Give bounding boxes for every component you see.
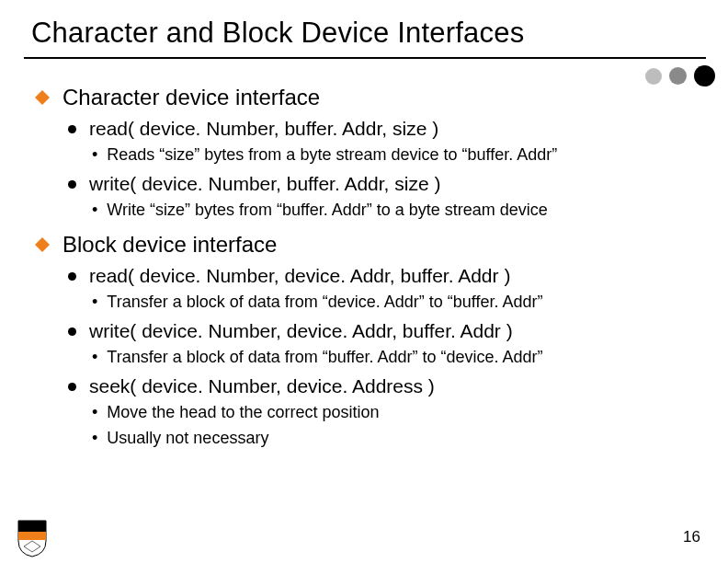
sub-list-item-text: Usually not necessary <box>107 427 268 449</box>
dot-bullet-icon: • <box>92 401 97 423</box>
list-item-text: write( device. Number, buffer. Addr, siz… <box>89 173 440 195</box>
list-item-text: seek( device. Number, device. Address ) <box>89 375 435 397</box>
sub-list-item: • Transfer a block of data from “buffer.… <box>92 346 697 368</box>
section-heading-text: Block device interface <box>63 232 277 258</box>
princeton-shield-icon <box>17 519 48 557</box>
section-heading: Character device interface <box>35 85 697 110</box>
sub-list-item: • Transfer a block of data from “device.… <box>92 291 697 313</box>
sub-list-item-text: Transfer a block of data from “device. A… <box>107 291 542 313</box>
list-item: write( device. Number, device. Addr, buf… <box>68 320 697 342</box>
list-item-text: read( device. Number, device. Addr, buff… <box>89 265 510 287</box>
sub-list-item-text: Reads “size” bytes from a byte stream de… <box>107 144 557 166</box>
sub-list-item-text: Transfer a block of data from “buffer. A… <box>107 346 542 368</box>
dot-bullet-icon: • <box>92 199 97 221</box>
list-item: read( device. Number, device. Addr, buff… <box>68 265 697 287</box>
section-heading-text: Character device interface <box>63 85 320 110</box>
sub-list-item: • Write “size” bytes from “buffer. Addr”… <box>92 199 697 221</box>
sub-list-item-text: Move the head to the correct position <box>107 401 379 423</box>
disc-bullet-icon <box>68 327 76 336</box>
page-number: 16 <box>683 528 700 546</box>
list-item: read( device. Number, buffer. Addr, size… <box>68 118 697 140</box>
disc-bullet-icon <box>68 272 76 281</box>
svg-rect-2 <box>18 521 46 532</box>
diamond-bullet-icon <box>35 237 50 256</box>
list-item: seek( device. Number, device. Address ) <box>68 375 697 397</box>
dot-bullet-icon: • <box>92 346 97 368</box>
svg-rect-1 <box>35 237 50 252</box>
dot-bullet-icon: • <box>92 291 97 313</box>
svg-rect-3 <box>18 532 46 540</box>
disc-bullet-icon <box>68 383 76 391</box>
svg-rect-0 <box>35 90 50 105</box>
dot-bullet-icon: • <box>92 144 97 166</box>
sub-list-item: • Move the head to the correct position <box>92 401 697 423</box>
slide-content: Character device interface read( device.… <box>31 85 697 449</box>
slide-title: Character and Block Device Interfaces <box>31 17 697 50</box>
sub-list-item-text: Write “size” bytes from “buffer. Addr” t… <box>107 199 548 221</box>
disc-bullet-icon <box>68 125 76 133</box>
title-rule <box>24 57 706 59</box>
section-heading: Block device interface <box>35 232 697 258</box>
sub-list-item: • Usually not necessary <box>92 427 697 449</box>
list-item: write( device. Number, buffer. Addr, siz… <box>68 173 697 195</box>
list-item-text: write( device. Number, device. Addr, buf… <box>89 320 513 342</box>
disc-bullet-icon <box>68 180 76 189</box>
decor-circles <box>645 65 715 86</box>
diamond-bullet-icon <box>35 90 50 109</box>
list-item-text: read( device. Number, buffer. Addr, size… <box>89 118 438 140</box>
dot-bullet-icon: • <box>92 427 97 449</box>
sub-list-item: • Reads “size” bytes from a byte stream … <box>92 144 697 166</box>
